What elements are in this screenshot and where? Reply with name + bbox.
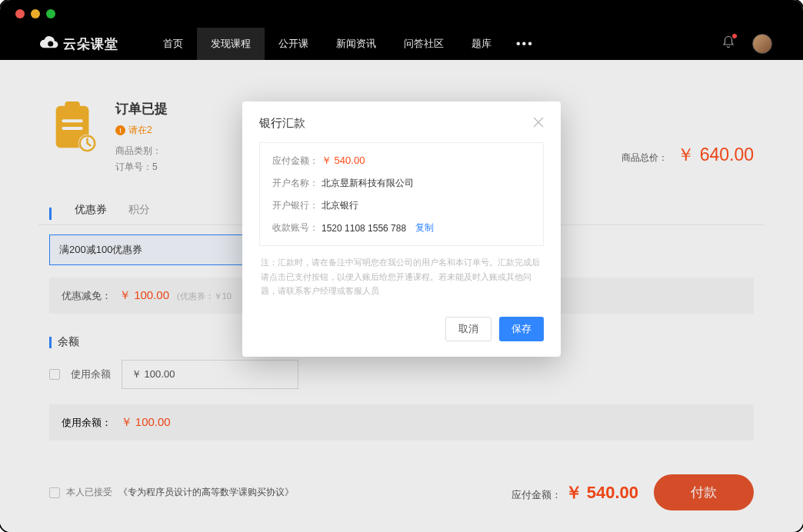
modal-close-button[interactable] (533, 115, 544, 131)
modal-bank-label: 开户银行： (272, 199, 322, 212)
modal-save-button[interactable]: 保存 (499, 317, 544, 341)
bank-transfer-modal: 银行汇款 应付金额： ￥ 540.00 开户名称： 北京昱新科技有限公司 (242, 101, 561, 357)
modal-title: 银行汇款 (259, 116, 305, 131)
modal-account-no-label: 收款账号： (272, 221, 322, 234)
modal-amount-label: 应付金额： (272, 155, 322, 168)
modal-amount-value: ￥ 540.00 (322, 154, 365, 168)
modal-bank-value: 北京银行 (322, 199, 358, 212)
copy-button[interactable]: 复制 (415, 221, 434, 234)
modal-overlay: 银行汇款 应付金额： ￥ 540.00 开户名称： 北京昱新科技有限公司 (0, 0, 803, 532)
modal-account-name-value: 北京昱新科技有限公司 (322, 177, 414, 190)
modal-account-name-label: 开户名称： (272, 177, 322, 190)
modal-note: 注：汇款时，请在备注中写明您在我公司的用户名和本订单号。汇款完成后请点击已支付按… (259, 246, 544, 298)
modal-account-no-value: 1520 1108 1556 788 (322, 223, 406, 234)
close-icon (533, 117, 544, 128)
modal-cancel-button[interactable]: 取消 (445, 317, 491, 341)
